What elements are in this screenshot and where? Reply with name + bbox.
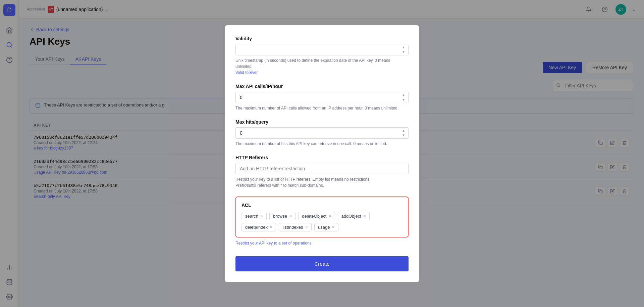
acl-tag-deleteobject-remove[interactable]: × [328, 214, 331, 218]
acl-tag-addobject-label: addObject [341, 214, 361, 219]
http-referers-hint-text2: Prefix/suffix referers with * to match s… [235, 183, 324, 188]
acl-tag-deleteobject-label: deleteObject [302, 214, 326, 219]
acl-restrict-hint[interactable]: Restrict your API key to a set of operat… [235, 241, 409, 246]
acl-title: ACL [241, 203, 402, 208]
max-hits-decrement-btn[interactable]: ▼ [401, 133, 406, 137]
max-hits-section: Max hits/query ▲ ▼ The maximum number of… [235, 119, 409, 147]
acl-tag-search-label: search [245, 214, 258, 219]
max-api-calls-section: Max API calls/IP/hour ▲ ▼ The maximum nu… [235, 84, 409, 111]
http-referers-hint: Restrict your key to a list of HTTP refe… [235, 176, 409, 188]
acl-tag-usage: usage × [314, 223, 338, 231]
acl-tag-listindexes-label: listIndexes [282, 225, 303, 230]
validity-section: Validity ▲ ▼ Unix timestamp (in seconds)… [235, 36, 409, 76]
max-api-calls-hint: The maximum number of API calls allowed … [235, 105, 409, 111]
max-api-calls-input-wrap: ▲ ▼ [235, 92, 409, 103]
validity-label: Validity [235, 36, 409, 41]
max-hits-increment-btn[interactable]: ▲ [401, 129, 406, 133]
acl-tag-listindexes-remove[interactable]: × [305, 225, 308, 229]
acl-tag-addobject-remove[interactable]: × [363, 214, 366, 218]
validity-hint-text1: Unix timestamp (in seconds) used to defi… [235, 58, 390, 69]
acl-tag-search-remove[interactable]: × [260, 214, 263, 218]
max-api-calls-decrement-btn[interactable]: ▼ [401, 98, 406, 102]
acl-tag-browse-remove[interactable]: × [289, 214, 292, 218]
acl-tag-browse-label: browse [273, 214, 287, 219]
create-api-key-modal: Validity ▲ ▼ Unix timestamp (in seconds)… [225, 25, 419, 282]
max-hits-label: Max hits/query [235, 119, 409, 125]
http-referers-input[interactable] [235, 163, 409, 174]
http-referers-hint-text1: Restrict your key to a list of HTTP refe… [235, 177, 371, 182]
acl-tag-deleteobject: deleteObject × [298, 212, 335, 220]
max-hits-spinner-btns: ▲ ▼ [401, 129, 406, 137]
validity-increment-btn[interactable]: ▲ [401, 45, 406, 49]
acl-tag-browse: browse × [269, 212, 296, 220]
max-hits-hint: The maximum number of hits this API key … [235, 141, 409, 147]
max-api-calls-input[interactable] [235, 92, 409, 103]
acl-tag-usage-label: usage [318, 225, 330, 230]
validity-hint-link[interactable]: Valid forever [235, 70, 258, 75]
max-hits-input-wrap: ▲ ▼ [235, 127, 409, 139]
validity-input-wrap: ▲ ▼ [235, 44, 409, 55]
modal-overlay[interactable]: Validity ▲ ▼ Unix timestamp (in seconds)… [0, 0, 644, 307]
create-button[interactable]: Create [235, 256, 409, 271]
validity-input[interactable] [235, 44, 409, 55]
acl-section: ACL search × browse × deleteObject × [235, 196, 409, 246]
max-api-calls-spinner-btns: ▲ ▼ [401, 93, 406, 102]
acl-tag-usage-remove[interactable]: × [332, 225, 334, 229]
http-referers-section: HTTP Referers Restrict your key to a lis… [235, 155, 409, 188]
validity-spinner-btns: ▲ ▼ [401, 45, 406, 54]
validity-hint: Unix timestamp (in seconds) used to defi… [235, 57, 409, 76]
validity-decrement-btn[interactable]: ▼ [401, 50, 406, 54]
acl-tag-deleteindex: deleteIndex × [241, 223, 276, 231]
acl-tag-deleteindex-label: deleteIndex [245, 225, 268, 230]
acl-tag-addobject: addObject × [338, 212, 370, 220]
max-api-calls-label: Max API calls/IP/hour [235, 84, 409, 89]
acl-box: ACL search × browse × deleteObject × [235, 196, 409, 237]
acl-tag-deleteindex-remove[interactable]: × [270, 225, 272, 229]
acl-tags: search × browse × deleteObject × addOb [241, 212, 402, 231]
max-api-calls-increment-btn[interactable]: ▲ [401, 93, 406, 97]
app-container: ⏱ Application KY (unnam [0, 0, 644, 307]
http-referers-label: HTTP Referers [235, 155, 409, 160]
max-hits-input[interactable] [235, 127, 409, 139]
acl-tag-listindexes: listIndexes × [279, 223, 312, 231]
acl-tag-search: search × [241, 212, 267, 220]
